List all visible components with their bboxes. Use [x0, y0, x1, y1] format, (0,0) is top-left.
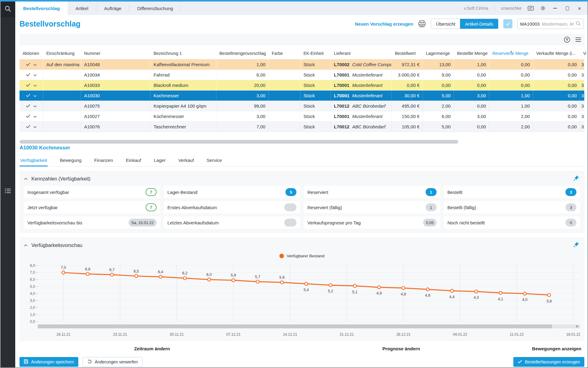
- detail-tab-verkauf[interactable]: Verkauf: [178, 155, 194, 166]
- row-expand-icon[interactable]: [33, 62, 37, 67]
- article-detail-panel: A10030 Kochmesser VerfügbarkeitBewegungF…: [19, 145, 584, 353]
- tab-bestellvorschlag[interactable]: Bestellvorschlag: [15, 2, 68, 15]
- stat-label: Verkaufsprognose pro Tag: [307, 220, 361, 225]
- row-expand-icon[interactable]: [33, 124, 37, 129]
- column-chooser-icon[interactable]: [575, 37, 581, 42]
- column-header-8[interactable]: Lieferant: [331, 51, 392, 56]
- row-expand-icon[interactable]: [33, 93, 37, 98]
- detail-tab-lager[interactable]: Lager: [153, 155, 166, 166]
- cell: 31: [580, 70, 584, 80]
- prognose-aendern-button[interactable]: Prognose ändern: [382, 346, 420, 351]
- column-header-13[interactable]: Verkaufte Menge (i...: [533, 51, 580, 56]
- cell: 0,00: [454, 70, 489, 80]
- view-toggle-uebersicht[interactable]: Übersicht: [431, 19, 460, 29]
- bewegungen-anzeigen-button[interactable]: Bewegungen anzeigen: [532, 346, 581, 351]
- column-header-11[interactable]: Bestellte Menge: [454, 51, 489, 56]
- table-row-A10048[interactable]: Auf den maxima...A10048Kaffeevollautomat…: [19, 59, 584, 70]
- tab-artikel[interactable]: Artikel: [68, 2, 96, 15]
- search-icon[interactable]: [576, 21, 581, 27]
- stat-row: Letztes Abverkaufsdatum: [164, 216, 300, 229]
- detail-tab-einkauf[interactable]: Einkauf: [125, 155, 142, 166]
- minimize-button[interactable]: [552, 5, 558, 11]
- stat-label: Verfügbarkeitsvorschau bis: [27, 220, 82, 225]
- settings-gear-icon[interactable]: [540, 5, 546, 11]
- row-accept-icon[interactable]: [26, 72, 30, 77]
- svg-text:2,0: 2,0: [30, 305, 35, 310]
- collapse-chevron-icon[interactable]: [24, 178, 28, 180]
- svg-text:4,0: 4,0: [522, 298, 527, 302]
- cell: 0,00: [423, 80, 454, 90]
- table-row-A10075[interactable]: A10075Kopierpapier A4 100 g/qm99,00Stück…: [19, 101, 584, 111]
- detail-tab-bewegung[interactable]: Bewegung: [59, 155, 82, 166]
- row-accept-icon[interactable]: [26, 124, 30, 129]
- titlebar-separator: [494, 5, 495, 11]
- cell: 31: [580, 91, 584, 101]
- column-header-1[interactable]: Aktionen: [19, 51, 43, 56]
- pin-icon[interactable]: [573, 175, 579, 182]
- cell: [43, 122, 81, 132]
- zeitraum-aendern-button[interactable]: Zeitraum ändern: [134, 346, 170, 351]
- pin-icon[interactable]: [573, 241, 579, 249]
- detail-tab-service[interactable]: Service: [206, 155, 222, 166]
- kennzahlen-title: Kennzahlen (Verfügbarkeit): [31, 176, 90, 182]
- detail-link-checkbox[interactable]: [503, 19, 512, 28]
- table-row-A10030[interactable]: A10030Kochmesser3,00StückL70001Musterlie…: [19, 91, 584, 101]
- collapse-chevron-icon[interactable]: [24, 244, 28, 247]
- column-header-3[interactable]: Nummer: [81, 51, 151, 56]
- svg-text:6,7: 6,7: [109, 268, 115, 272]
- view-toggle-artikel-details[interactable]: Artikel-Details: [460, 19, 498, 29]
- column-header-12[interactable]: Reservierte Menge▲: [489, 51, 533, 56]
- row-accept-icon[interactable]: [26, 103, 30, 109]
- column-header-10[interactable]: Lagermenge: [423, 51, 454, 56]
- chat-icon[interactable]: [528, 5, 534, 11]
- filter-builder-icon[interactable]: [564, 36, 570, 43]
- tab-differenzbuchung[interactable]: Differenzbuchung: [129, 2, 181, 15]
- stat-label: Jetzt verfügbar: [27, 205, 58, 210]
- row-accept-icon[interactable]: [26, 114, 30, 119]
- stat-label: Bestellt (fällig): [448, 205, 476, 210]
- row-accept-icon[interactable]: [26, 83, 30, 88]
- print-icon[interactable]: [418, 20, 426, 27]
- discard-changes-button[interactable]: Änderungen verwerfen: [83, 357, 143, 367]
- rail-list-button[interactable]: [1, 188, 15, 195]
- column-header-5[interactable]: Bestellmengenvorschlag: [216, 51, 269, 56]
- svg-text:6,0: 6,0: [30, 277, 35, 282]
- cell: A10048: [81, 59, 151, 70]
- row-expand-icon[interactable]: [33, 72, 37, 77]
- row-expand-icon[interactable]: [33, 114, 37, 119]
- column-header-9[interactable]: Bestellwert: [392, 51, 423, 56]
- cell: 0,00: [454, 80, 489, 90]
- save-changes-button[interactable]: Änderungen speichern: [19, 357, 78, 367]
- cell: A10027: [81, 111, 151, 121]
- row-expand-icon[interactable]: [33, 103, 37, 109]
- sort-ascending-icon: ▲: [510, 50, 513, 53]
- stat-row: Erstes Abverkaufsdatum: [164, 201, 300, 213]
- column-header-14[interactable]: Vo: [580, 51, 586, 56]
- table-row-A10027[interactable]: A10027Küchenmesser3,00StückL70001Musterl…: [19, 111, 584, 122]
- tab-aufträge[interactable]: Aufträge: [96, 2, 129, 15]
- table-row-A10033[interactable]: A10033Blackroll medium20,00StückL70001Mu…: [19, 80, 584, 91]
- table-row-A10034[interactable]: A10034Fahrrad6,00StückL70001Musterliefer…: [19, 70, 584, 80]
- detail-tab-finanzen[interactable]: Finanzen: [94, 155, 114, 166]
- svg-text:30.11.21: 30.11.21: [170, 332, 184, 337]
- row-accept-icon[interactable]: [26, 62, 30, 67]
- column-header-7[interactable]: EK-Einheit: [300, 51, 331, 56]
- new-proposal-link[interactable]: Neuen Vorschlag erzeugen: [355, 21, 413, 27]
- svg-text:5,0: 5,0: [30, 284, 35, 289]
- column-header-4[interactable]: Bezeichnung 1: [151, 51, 216, 56]
- global-search-button[interactable]: [1, 2, 15, 17]
- employee-search-input[interactable]: MA10003 Mustermann, Max: [517, 19, 584, 29]
- vorschau-card: Verfügbarkeitsvorschau Verfügbarer Besta…: [19, 237, 584, 341]
- row-expand-icon[interactable]: [33, 83, 37, 88]
- create-orders-button[interactable]: Bestellerfassungen erzeugen: [513, 357, 584, 367]
- detail-tab-verfügbarkeit[interactable]: Verfügbarkeit: [19, 155, 48, 166]
- scrollbar-thumb[interactable]: [19, 140, 458, 144]
- close-button[interactable]: ×: [576, 5, 583, 11]
- row-accept-icon[interactable]: [26, 93, 30, 98]
- table-row-A10076[interactable]: A10076Taschenrechner7,00StückL70012ABC B…: [19, 122, 584, 132]
- column-header-2[interactable]: Einschränkung: [43, 51, 81, 56]
- maximize-button[interactable]: [564, 5, 570, 11]
- cell: 972,31 €: [392, 59, 423, 70]
- svg-text:11.01.22: 11.01.22: [510, 332, 524, 337]
- column-header-6[interactable]: Farbe: [269, 51, 300, 56]
